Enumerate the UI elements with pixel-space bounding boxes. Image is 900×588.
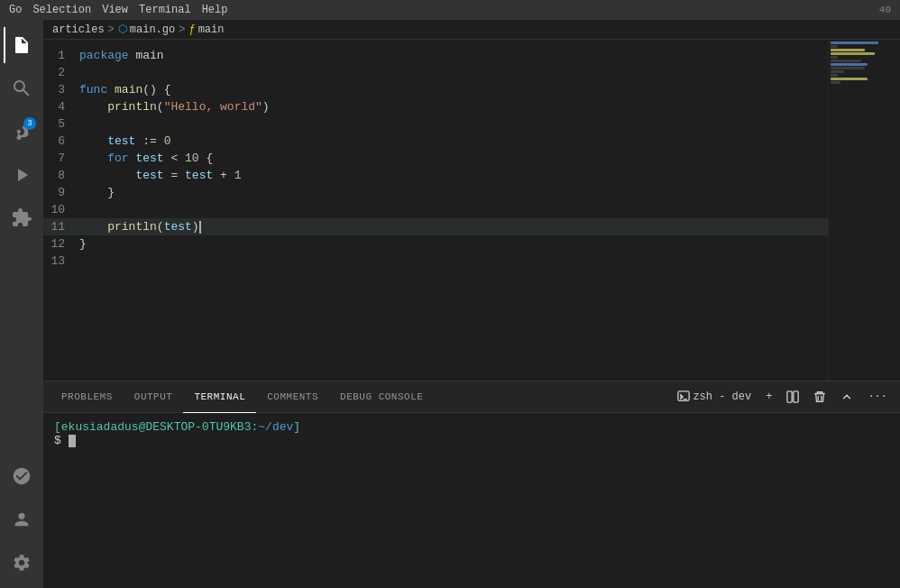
- minimap-line: [831, 81, 840, 84]
- menu-terminal[interactable]: Terminal: [139, 4, 191, 16]
- terminal-shell-selector[interactable]: zsh - dev: [672, 389, 757, 405]
- breadcrumb-articles[interactable]: articles: [52, 23, 105, 36]
- terminal-input-line: $: [54, 434, 889, 447]
- breadcrumb-sep-1: >: [108, 23, 115, 36]
- minimap-line: [831, 49, 865, 51]
- breadcrumb-func-icon: ƒ: [188, 23, 195, 36]
- code-line-12: 12 }: [43, 235, 828, 253]
- activity-bar: 3: [0, 20, 43, 588]
- breadcrumb-go-icon: ⬡: [118, 23, 127, 36]
- breadcrumb-file[interactable]: main.go: [130, 23, 175, 36]
- source-control-badge: 3: [23, 117, 36, 130]
- settings-icon[interactable]: [4, 545, 40, 581]
- panel-toolbar: zsh - dev +: [672, 389, 893, 405]
- breadcrumb-symbol[interactable]: main: [198, 23, 225, 36]
- code-line-5: 5: [43, 115, 828, 133]
- shell-label: zsh - dev: [693, 390, 751, 403]
- code-line-9: 9 }: [43, 184, 828, 201]
- minimap-line: [831, 74, 838, 77]
- panel-content[interactable]: [ekusiadadus@DESKTOP-0TU9KB3:~/dev] $: [43, 413, 900, 588]
- code-line-3: 3 func main() {: [43, 81, 828, 98]
- editor-main: 1 package main 2 3 func main() { 4 print…: [43, 40, 900, 381]
- split-terminal-button[interactable]: [781, 389, 804, 405]
- add-terminal-button[interactable]: +: [760, 389, 777, 405]
- tab-problems[interactable]: PROBLEMS: [51, 381, 124, 413]
- terminal-output-line: [ekusiadadus@DESKTOP-0TU9KB3:~/dev]: [54, 420, 889, 434]
- tab-comments[interactable]: COMMENTS: [256, 381, 329, 413]
- code-line-2: 2: [43, 64, 828, 81]
- notification-count: 40: [879, 5, 891, 15]
- minimap-line: [831, 41, 878, 44]
- chevron-up-icon: [840, 390, 853, 403]
- minimap-line: [831, 70, 844, 73]
- source-control-icon[interactable]: 3: [4, 114, 40, 150]
- trash-icon: [813, 390, 826, 403]
- editor-area: articles > ⬡ main.go > ƒ main 1 package …: [43, 20, 900, 588]
- minimap: [828, 40, 900, 381]
- minimap-line: [831, 60, 861, 62]
- minimap-line: [831, 67, 865, 69]
- tab-debug-console[interactable]: DEBUG CONSOLE: [329, 381, 434, 413]
- extensions-icon[interactable]: [4, 200, 40, 236]
- tab-output[interactable]: OUTPUT: [124, 381, 184, 413]
- top-bar: Go Selection View Terminal Help 40: [0, 0, 900, 20]
- panel: PROBLEMS OUTPUT TERMINAL COMMENTS DEBUG …: [43, 381, 900, 588]
- code-line-8: 8 test = test + 1: [43, 167, 828, 184]
- menu-view[interactable]: View: [102, 4, 128, 16]
- minimap-line: [831, 52, 875, 55]
- search-icon[interactable]: [4, 70, 40, 106]
- panel-tabs: PROBLEMS OUTPUT TERMINAL COMMENTS DEBUG …: [43, 381, 900, 413]
- code-line-11: 11 println(test): [43, 218, 828, 235]
- code-line-13: 13: [43, 253, 828, 270]
- accounts-icon[interactable]: [4, 501, 40, 537]
- files-icon[interactable]: [4, 27, 40, 63]
- code-editor[interactable]: 1 package main 2 3 func main() { 4 print…: [43, 40, 828, 381]
- tab-terminal[interactable]: TERMINAL: [183, 381, 256, 413]
- minimap-line: [831, 63, 868, 66]
- remote-icon[interactable]: [4, 458, 40, 494]
- breadcrumb: articles > ⬡ main.go > ƒ main: [43, 20, 900, 40]
- ellipsis-icon: ···: [868, 390, 887, 403]
- terminal-icon: [677, 390, 690, 403]
- code-line-7: 7 for test < 10 {: [43, 150, 828, 167]
- kill-terminal-button[interactable]: [808, 389, 831, 405]
- menu-selection[interactable]: Selection: [32, 4, 91, 16]
- more-actions-button[interactable]: ···: [862, 389, 893, 405]
- menu-help[interactable]: Help: [202, 4, 228, 16]
- minimap-content: [829, 40, 900, 87]
- breadcrumb-sep-2: >: [179, 23, 185, 36]
- minimap-line: [831, 78, 868, 80]
- terminal-cursor: [69, 435, 76, 447]
- code-line-6: 6 test := 0: [43, 133, 828, 150]
- svg-rect-1: [787, 391, 792, 402]
- svg-rect-2: [794, 391, 798, 402]
- add-icon: +: [766, 390, 772, 403]
- run-icon[interactable]: [4, 157, 40, 193]
- split-icon: [786, 390, 799, 403]
- code-line-10: 10: [43, 201, 828, 218]
- terminal-prompt: [ekusiadadus@DESKTOP-0TU9KB3:~/dev]: [54, 420, 300, 434]
- prompt-symbol: $: [54, 434, 69, 447]
- menu-go[interactable]: Go: [9, 4, 22, 16]
- code-line-4: 4 println("Hello, world"): [43, 98, 828, 115]
- minimap-line: [831, 56, 838, 59]
- collapse-panel-button[interactable]: [835, 389, 859, 405]
- code-line-1: 1 package main: [43, 47, 828, 64]
- minimap-line: [831, 45, 838, 48]
